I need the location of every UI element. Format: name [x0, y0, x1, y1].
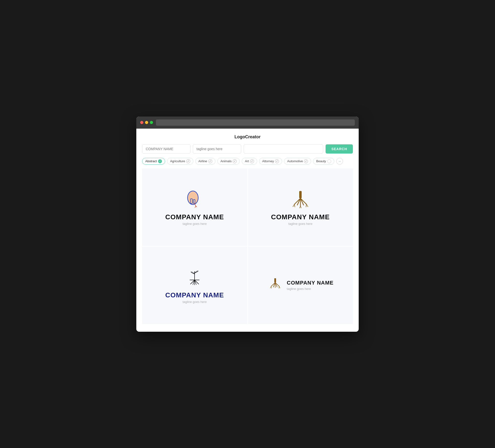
check-circle-animals: ✓	[233, 159, 237, 163]
svg-line-13	[294, 204, 295, 207]
filter-chip-automotive[interactable]: Automotive ✓	[284, 158, 311, 165]
tagline-4: tagline goes here	[287, 287, 333, 291]
logo-card-4[interactable]: COMPANY NAME tagline goes here	[248, 247, 353, 324]
company-name-2: COMPANY NAME	[271, 213, 330, 221]
svg-line-11	[301, 198, 306, 204]
svg-line-15	[306, 204, 308, 207]
filter-label-automotive: Automotive	[287, 159, 303, 163]
check-circle-automotive: ✓	[304, 159, 308, 163]
traffic-lights	[140, 121, 153, 124]
logo-visual-2	[289, 189, 311, 210]
filter-chip-agriculture[interactable]: Agriculture ✓	[167, 158, 193, 165]
address-bar[interactable]	[156, 119, 355, 126]
maximize-button[interactable]	[150, 121, 153, 124]
company-name-3: COMPANY NAME	[165, 291, 224, 299]
minimize-button[interactable]	[145, 121, 148, 124]
svg-rect-25	[274, 278, 276, 282]
check-icon-abstract: ✓	[158, 159, 162, 163]
svg-point-0	[188, 191, 198, 205]
check-circle-art: ✓	[250, 159, 254, 163]
search-button[interactable]: SEARCH	[326, 144, 353, 154]
filter-chip-abstract[interactable]: Abstract ✓	[142, 158, 165, 165]
logo-card-3[interactable]: COMPANY NAME tagline goes here	[142, 247, 247, 324]
filter-chip-art[interactable]: Art ✓	[242, 158, 257, 165]
logo-card-2[interactable]: COMPANY NAME tagline goes here	[248, 168, 353, 246]
filter-label-art: Art	[245, 159, 249, 163]
svg-line-31	[270, 286, 271, 288]
svg-line-17	[301, 206, 301, 208]
svg-line-7	[294, 198, 301, 204]
logo-visual-4	[267, 276, 283, 292]
app-title: LogoCreator	[142, 134, 353, 140]
filter-chip-attorney[interactable]: Attorney ✓	[259, 158, 282, 165]
filter-next-button[interactable]: →	[336, 158, 343, 165]
filter-label-airline: Airline	[198, 159, 207, 163]
search-bar: SEARCH	[142, 144, 353, 154]
svg-rect-1	[191, 199, 192, 204]
logo-icon-2	[289, 189, 311, 210]
tagline-1: tagline goes here	[182, 222, 207, 225]
logo-icon-3	[184, 267, 206, 288]
svg-line-10	[301, 198, 303, 205]
logo-visual-1	[184, 189, 206, 210]
svg-line-33	[279, 286, 279, 288]
svg-line-32	[271, 286, 271, 288]
check-circle-agriculture: ✓	[186, 159, 190, 163]
logo-icon-1	[184, 189, 206, 210]
filter-label-beauty: Beauty	[316, 159, 326, 163]
logo-card-1[interactable]: COMPANY NAME tagline goes here	[142, 168, 247, 246]
filter-chip-airline[interactable]: Airline ✓	[195, 158, 215, 165]
logo-grid: COMPANY NAME tagline goes here	[142, 168, 353, 324]
browser-content: LogoCreator SEARCH Abstract ✓ Agricultur…	[136, 129, 359, 332]
filter-label-animals: Animals	[220, 159, 232, 163]
tagline-input[interactable]	[193, 144, 241, 154]
filter-label-abstract: Abstract	[145, 159, 157, 163]
filter-label-attorney: Attorney	[262, 159, 274, 163]
check-circle-airline: ✓	[208, 159, 212, 163]
company-name-4: COMPANY NAME	[287, 280, 333, 286]
svg-line-12	[293, 204, 294, 207]
svg-line-14	[306, 204, 306, 207]
browser-window: LogoCreator SEARCH Abstract ✓ Agricultur…	[136, 116, 359, 332]
svg-line-34	[279, 286, 280, 288]
bottom-right-text: COMPANY NAME tagline goes here	[287, 280, 333, 291]
check-circle-attorney: ✓	[275, 159, 279, 163]
close-button[interactable]	[140, 121, 143, 124]
check-circle-beauty	[327, 159, 331, 163]
svg-rect-6	[299, 191, 302, 198]
filter-chip-animals[interactable]: Animals ✓	[217, 158, 240, 165]
logo-icon-4	[267, 276, 283, 292]
company-name-1: COMPANY NAME	[165, 213, 224, 221]
logo-visual-3	[184, 267, 206, 288]
tagline-3: tagline goes here	[182, 300, 207, 304]
titlebar	[136, 116, 359, 129]
filter-bar: Abstract ✓ Agriculture ✓ Airline ✓ Anima…	[142, 158, 353, 165]
extra-input[interactable]	[244, 144, 323, 154]
filter-label-agriculture: Agriculture	[170, 159, 185, 163]
tagline-2: tagline goes here	[288, 222, 313, 225]
svg-line-8	[297, 198, 301, 205]
svg-line-5	[196, 206, 197, 207]
filter-chip-beauty[interactable]: Beauty	[313, 158, 334, 165]
company-name-input[interactable]	[142, 144, 191, 154]
